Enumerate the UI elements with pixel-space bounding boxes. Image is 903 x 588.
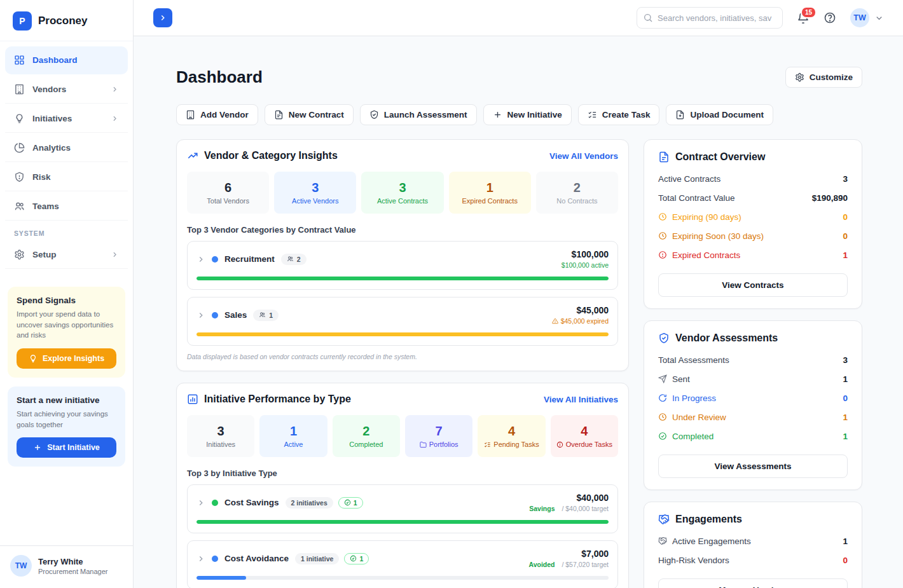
stat-label: In Progress — [658, 393, 716, 403]
stat-value: 3 — [312, 181, 319, 195]
launch-assessment-label: Launch Assessment — [384, 110, 467, 120]
create-task-label: Create Task — [602, 110, 651, 120]
sidebar-item-label: Analytics — [32, 143, 71, 153]
view-all-initiatives-link[interactable]: View All Initiatives — [544, 395, 618, 404]
progress-bar — [196, 576, 609, 580]
chevron-right-icon[interactable] — [196, 498, 205, 507]
explore-insights-button[interactable]: Explore Insights — [17, 348, 116, 369]
stat-value: 0 — [843, 231, 848, 241]
launch-assessment-button[interactable]: Launch Assessment — [360, 104, 477, 125]
pie-chart-icon — [14, 142, 25, 153]
stat-label: No Contracts — [556, 197, 597, 205]
add-vendor-button[interactable]: Add Vendor — [176, 104, 258, 125]
spend-signals-title: Spend Signals — [17, 296, 116, 305]
vendor-count: 2 — [297, 256, 301, 263]
start-initiative-title: Start a new initiative — [17, 395, 116, 405]
chevron-right-icon — [111, 114, 119, 123]
search-input[interactable] — [637, 7, 783, 29]
help-icon[interactable] — [824, 11, 836, 24]
account-menu[interactable]: TW — [850, 8, 884, 27]
sidebar-item-initiatives[interactable]: Initiatives — [5, 105, 128, 133]
stat-pending-tasks: 4 Pending Tasks — [478, 415, 545, 457]
view-assessments-button[interactable]: View Assessments — [658, 455, 848, 478]
chevron-right-icon[interactable] — [196, 554, 205, 563]
progress-fill — [196, 277, 609, 280]
manage-vendors-button[interactable]: Manage Vendors — [658, 578, 848, 588]
customize-button[interactable]: Customize — [785, 67, 862, 88]
category-dot — [212, 256, 218, 263]
sidebar-item-risk[interactable]: Risk — [5, 163, 128, 191]
sidebar-item-vendors[interactable]: Vendors — [5, 76, 128, 104]
new-contract-label: New Contract — [289, 110, 344, 120]
notification-count-badge: 15 — [801, 6, 817, 18]
stat-value: 3 — [843, 174, 848, 184]
chevron-right-icon — [111, 85, 119, 93]
stat-label: Active Contracts — [658, 174, 720, 184]
sidebar-item-dashboard[interactable]: Dashboard — [5, 46, 128, 74]
stat-value: $190,890 — [812, 193, 848, 203]
gear-icon — [795, 72, 804, 82]
stat-label: Overdue Tasks — [566, 441, 612, 448]
sidebar: P Proconey Dashboard Vendors Initiatives… — [0, 0, 134, 588]
plus-icon — [33, 443, 42, 452]
stat-value: 4 — [581, 424, 588, 439]
initiative-sub: Avoided / $57,020 target — [528, 561, 609, 568]
main-area: 15 TW Dashboard Customize Add Vendor — [134, 0, 903, 588]
file-plus-icon — [675, 110, 685, 120]
stat-value: 2 — [574, 181, 581, 195]
stat-label: Expired Contracts — [462, 197, 517, 205]
category-sub: $100,000 active — [562, 261, 609, 269]
chevron-right-icon[interactable] — [196, 311, 205, 320]
view-contracts-button[interactable]: View Contracts — [658, 273, 848, 297]
sidebar-item-analytics[interactable]: Analytics — [5, 134, 128, 162]
sidebar-nav: Dashboard Vendors Initiatives Analytics … — [0, 41, 133, 270]
chevron-right-icon — [111, 250, 119, 259]
start-initiative-button[interactable]: Start Initiative — [17, 437, 116, 458]
stat-label: Completed — [658, 432, 713, 441]
stat-row: In Progress 0 — [658, 388, 848, 407]
stat-label: Active — [284, 441, 303, 448]
user-profile[interactable]: TW Terry White Procurement Manager — [0, 545, 133, 588]
initiative-name: Cost Savings — [224, 498, 279, 507]
explore-insights-label: Explore Insights — [43, 354, 104, 363]
gear-icon — [14, 249, 25, 260]
new-initiative-button[interactable]: New Initiative — [483, 104, 572, 125]
stat-active-contracts: 3Active Contracts — [361, 172, 443, 214]
chevron-right-icon[interactable] — [196, 255, 205, 264]
plus-icon — [493, 110, 502, 120]
initiative-sub: Savings / $40,000 target — [529, 505, 609, 512]
sidebar-collapse-button[interactable] — [153, 8, 172, 27]
stat-active-vendors: 3Active Vendors — [274, 172, 356, 214]
category-sub: $45,000 expired — [552, 317, 609, 325]
sidebar-item-teams[interactable]: Teams — [5, 193, 128, 221]
sidebar-item-setup[interactable]: Setup — [5, 241, 128, 269]
create-task-button[interactable]: Create Task — [578, 104, 660, 125]
upload-document-label: Upload Document — [690, 110, 764, 120]
engagements-card: Engagements Active Engagements 1 High-Ri… — [644, 502, 862, 588]
notifications-button[interactable]: 15 — [797, 11, 810, 24]
list-checks-icon — [484, 441, 491, 448]
progress-fill — [196, 520, 609, 524]
sidebar-section-system: SYSTEM — [0, 222, 133, 240]
clock-icon — [658, 231, 667, 240]
stat-expired-contracts: 1Expired Contracts — [449, 172, 531, 214]
quick-actions: Add Vendor New Contract Launch Assessmen… — [176, 104, 862, 125]
upload-document-button[interactable]: Upload Document — [666, 104, 773, 125]
progress-bar — [196, 277, 609, 280]
initiative-count-badge: 2 initiatives — [286, 497, 333, 509]
stat-value: 4 — [508, 424, 515, 439]
check-circle-icon — [658, 432, 667, 441]
view-all-vendors-link[interactable]: View All Vendors — [549, 151, 618, 161]
stat-row: Expired Contracts 1 — [658, 245, 848, 264]
building-icon — [14, 84, 25, 95]
user-name: Terry White — [38, 557, 107, 566]
stat-active: 1Active — [259, 415, 327, 457]
initiative-done-badge: 1 — [338, 497, 363, 509]
new-contract-button[interactable]: New Contract — [265, 104, 354, 125]
stat-no-contracts: 2No Contracts — [536, 172, 618, 214]
app-name: Proconey — [38, 15, 87, 27]
start-initiative-description: Start achieving your savings goals toget… — [17, 409, 116, 430]
clock-icon — [658, 212, 667, 221]
initiative-name: Cost Avoidance — [224, 554, 289, 563]
card-title: Vendor Assessments — [675, 332, 778, 344]
